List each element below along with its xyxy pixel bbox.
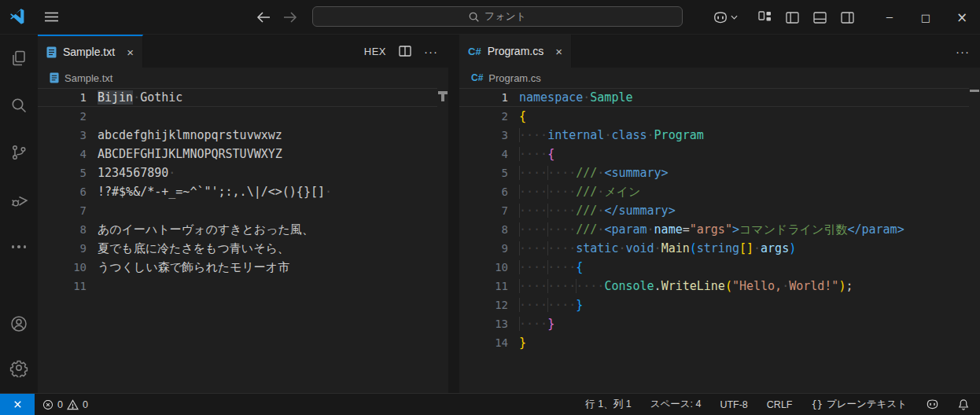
source-control-icon[interactable] [0,129,38,176]
overview-ruler[interactable] [969,88,980,393]
breadcrumb[interactable]: Sample.txt [38,68,448,88]
code-line[interactable]: 7 [38,201,437,220]
remote-indicator[interactable] [0,394,35,415]
language-mode[interactable]: {} プレーンテキスト [811,398,907,411]
code-line[interactable]: 3····internal·class·Program [459,126,969,145]
code-line[interactable]: 10うつくしい森で飾られたモリーオ市 [38,258,437,277]
code-line[interactable]: 1Bijin·Gothic [38,88,437,107]
code-line[interactable]: 14} [459,333,969,352]
code-line[interactable]: 13····} [459,314,969,333]
editor-program-cs[interactable]: 1namespace·Sample2{3····internal·class·P… [459,88,980,393]
editor-sample-txt[interactable]: 1Bijin·Gothic23abcdefghijklmnopqrstuvwxw… [38,88,448,393]
line-number[interactable]: 4 [38,145,87,163]
code-line[interactable]: 2{ [459,107,969,126]
encoding[interactable]: UTF-8 [720,399,747,410]
line-number[interactable]: 13 [459,314,508,333]
line-number[interactable]: 11 [459,277,508,296]
line-number[interactable]: 5 [459,163,508,182]
line-number[interactable]: 1 [459,89,508,106]
code-line[interactable]: 9········static·void·Main(string[]·args) [459,239,969,258]
line-number[interactable]: 6 [38,182,87,201]
line-number[interactable]: 11 [38,277,87,296]
line-number[interactable]: 9 [38,239,87,258]
line-number[interactable]: 1 [38,89,87,106]
copilot-button[interactable] [713,12,738,24]
code-line[interactable]: 9夏でも底に冷たさをもつ青いそら、 [38,239,437,258]
code-line[interactable]: 8········///·<param·name="args">コマンドライン引… [459,220,969,239]
code-line[interactable]: 6········///·メイン [459,182,969,201]
code-line[interactable]: 51234567890· [38,163,437,182]
line-number[interactable]: 14 [459,333,508,352]
code-line[interactable]: 7········///·</summary> [459,201,969,220]
run-and-debug-icon[interactable] [0,176,38,223]
eol-sequence[interactable]: CRLF [767,399,793,410]
line-number[interactable]: 6 [459,182,508,201]
line-number[interactable]: 8 [459,220,508,239]
maximize-button[interactable]: □ [908,0,944,35]
toggle-secondary-sidebar-icon[interactable] [841,11,854,24]
notifications-bell[interactable] [958,398,969,410]
line-number[interactable]: 2 [38,107,87,126]
forward-arrow[interactable] [278,0,302,35]
toggle-panel-icon[interactable] [813,11,827,24]
code-token: ···· [519,128,547,142]
editor-sash[interactable] [448,35,459,393]
code-token: · [782,279,789,293]
copilot-status[interactable] [926,399,939,409]
more-actions-icon[interactable]: ··· [956,45,970,58]
customize-layout-icon[interactable] [758,11,772,24]
line-number[interactable]: 10 [459,258,508,277]
code-text: ········///·<summary> [508,163,669,182]
code-line[interactable]: 11············Console.WriteLine("Hello,·… [459,277,969,296]
close-tab-icon[interactable]: × [127,46,134,58]
line-number[interactable]: 2 [459,107,508,126]
line-number[interactable]: 3 [459,126,508,145]
code-line[interactable]: 1namespace·Sample [459,88,969,107]
line-number[interactable]: 7 [459,201,508,220]
tab-sample-txt[interactable]: Sample.txt × [38,35,143,68]
menu-icon[interactable] [45,12,58,22]
line-number[interactable]: 10 [38,258,87,277]
code-line[interactable]: 4ABCDEFGHIJKLMNOPQRSTUVWXYZ [38,145,437,163]
settings-gear-icon[interactable] [0,346,38,390]
line-number[interactable]: 7 [38,201,87,220]
code-line[interactable]: 2 [38,107,437,126]
line-number[interactable]: 8 [38,220,87,239]
line-number[interactable]: 9 [459,239,508,258]
line-number[interactable]: 4 [459,145,508,163]
line-number[interactable]: 3 [38,126,87,145]
line-number[interactable]: 12 [459,296,508,314]
overview-ruler[interactable] [437,88,448,393]
minimize-button[interactable]: ─ [871,0,908,35]
code-line[interactable]: 11 [38,277,437,296]
indentation[interactable]: スペース: 4 [650,398,702,411]
code-line[interactable]: 8あのイーハトーヴォのすきとおった風、 [38,220,437,239]
code-line[interactable]: 3abcdefghijklmnopqrstuvwxwz [38,126,437,145]
code-line[interactable]: 4····{ [459,145,969,163]
hex-editor-button[interactable]: HEX [364,46,386,57]
explorer-icon[interactable] [0,35,38,82]
more-actions-icon[interactable]: ··· [424,45,438,58]
code-token: あのイーハトーヴォのすきとおった風、 [98,222,314,237]
toggle-primary-sidebar-icon[interactable] [786,11,799,24]
code-line[interactable]: 6!?#$%&/*-+_=~^`"';:,.\|/<>(){}[]· [38,182,437,201]
breadcrumb[interactable]: C# Program.cs [459,68,980,88]
code-line[interactable]: 10········{ [459,258,969,277]
code-line[interactable]: 12········} [459,296,969,314]
line-number[interactable]: 5 [38,163,87,182]
more-views-icon[interactable] [0,223,38,270]
accounts-icon[interactable] [0,302,38,346]
command-center-search[interactable]: フォント [312,6,683,27]
back-arrow[interactable] [252,0,275,35]
search-sidebar-icon[interactable] [0,82,38,129]
code-line[interactable]: 5········///·<summary> [459,163,969,182]
close-window-button[interactable]: × [944,0,980,35]
tab-program-cs[interactable]: C# Program.cs × [459,35,572,68]
code-token: · [753,241,761,255]
code-text: ········///·</summary> [508,201,676,220]
close-tab-icon[interactable]: × [555,46,562,57]
problems-item[interactable]: 0 0 [42,399,88,410]
code-token: /// [576,204,597,218]
cursor-position[interactable]: 行 1、列 1 [585,398,631,411]
split-editor-icon[interactable] [399,45,411,57]
